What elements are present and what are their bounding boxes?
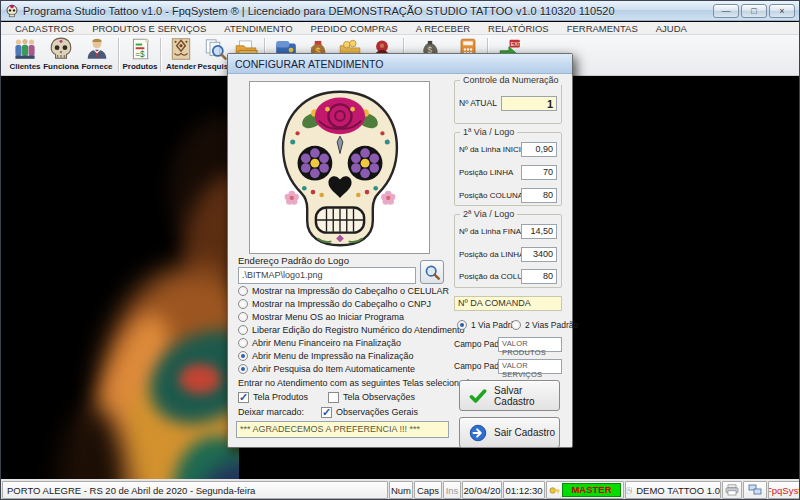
dialog-body: Endereço Padrão do Logo .\BITMAP\logo1.p… [228, 74, 572, 447]
status-bar: PORTO ALEGRE - RS 20 de Abril de 2020 - … [1, 479, 799, 500]
status-num: Num [389, 481, 413, 499]
group-via1-logo: 1ª Via / Logo Nº da Linha INICIAL 0,90 P… [454, 132, 562, 206]
window-title: Programa Studio Tattoo v1.0 - FpqSystem … [23, 5, 709, 17]
search-docs-icon [203, 37, 227, 61]
option-pesquisa-auto[interactable]: Abrir Pesquisa do Item Automaticamente [238, 363, 415, 375]
menu-ferramentas[interactable]: FERRAMENTAS [558, 22, 647, 35]
svg-text:EXIT: EXIT [511, 41, 522, 47]
posicao-coluna-field[interactable]: 80 [521, 188, 557, 203]
status-user: MASTER [562, 483, 620, 497]
network-icon [748, 484, 762, 496]
status-printer-panel [722, 481, 742, 499]
comanda-header: Nº DA COMANDA [454, 296, 562, 311]
menu-produtos-servicos[interactable]: PRODUTOS E SERVIÇOS [83, 22, 215, 35]
campo-padrao-servicos-field[interactable]: VALOR SERVIÇOS [498, 359, 562, 374]
toolbar-label: Clientes [9, 62, 40, 71]
option-celular[interactable]: Mostrar na Impressão do Cabeçalho o CELU… [238, 285, 449, 297]
tattoo-photo-background [1, 76, 239, 479]
menu-pedido-compras[interactable]: PEDIDO COMPRAS [302, 22, 407, 35]
thanks-message-input[interactable]: *** AGRADECEMOS A PREFERENCIA !!! *** [236, 421, 449, 438]
option-menu-financeiro[interactable]: Abrir Menu Financeiro na Finalização [238, 337, 401, 349]
radio-icon [238, 338, 248, 348]
sair-cadastro-button[interactable]: Sair Cadastro [459, 417, 560, 448]
status-ins: Ins [443, 481, 461, 499]
menu-a-receber[interactable]: A RECEBER [407, 22, 479, 35]
clients-icon [13, 37, 37, 61]
toolbar-divider [160, 38, 161, 72]
keep-checked-label: Deixar marcado: [238, 407, 304, 417]
checkbox-tela-produtos[interactable]: Tela Produtos [238, 391, 308, 403]
posicao-linha-field[interactable]: 70 [521, 165, 557, 180]
app-logo-icon [5, 4, 19, 18]
group-via2-logo: 2ª Via / Logo Nº da Linha FINAL 14,50 Po… [454, 214, 562, 288]
checkbox-tela-observacoes[interactable]: Tela Observações [328, 391, 415, 403]
posicao-coluna2-field[interactable]: 80 [521, 269, 557, 284]
posicao-linha2-field[interactable]: 3400 [521, 247, 557, 262]
linha-inicial-field[interactable]: 0,90 [521, 142, 557, 157]
skull-icon [49, 37, 73, 61]
checkbox-icon [321, 407, 332, 418]
price-list-icon: =$ [128, 37, 152, 61]
campo-padrao-label: Campo Padrão [454, 339, 498, 349]
minimize-icon[interactable]: — [713, 4, 739, 18]
radio-icon [457, 320, 467, 330]
salvar-cadastro-button[interactable]: Salvar Cadastro [459, 380, 560, 411]
option-menu-impressao[interactable]: Abrir Menu de Impressão na Finalização [238, 350, 414, 362]
menu-bar: CADASTROS PRODUTOS E SERVIÇOS ATENDIMENT… [1, 22, 799, 35]
option-liberar-edicao[interactable]: Liberar Edição do Registro Numérico do A… [238, 324, 465, 336]
status-system-panel: DEMO TATTOO 1.0 [625, 481, 721, 499]
screens-section-label: Entrar no Atendimento com as seguintes T… [238, 378, 481, 388]
checkbox-observacoes-gerais[interactable]: Observações Gerais [321, 406, 418, 418]
toolbar-button-produtos[interactable]: =$ Produtos [123, 37, 157, 75]
toolbar-button-atender[interactable]: Atender [164, 37, 198, 75]
toolbar-button-funcionarios[interactable]: Funciona [44, 37, 78, 75]
campo-padrao-produtos-field[interactable]: VALOR PRODUTOS [498, 337, 562, 352]
maximize-icon[interactable]: □ [741, 4, 767, 18]
close-icon[interactable]: × [769, 4, 795, 18]
app-window: Programa Studio Tattoo v1.0 - FpqSystem … [0, 0, 800, 500]
logo-preview-box [249, 81, 430, 254]
radio-2-vias-padrao[interactable]: 2 Vias Padrão [511, 319, 578, 331]
dialog-titlebar[interactable]: CONFIGURAR ATENDIMENTO [228, 54, 572, 74]
window-controls: — □ × [713, 4, 795, 18]
radio-icon [238, 299, 248, 309]
toolbar-label: Atender [166, 62, 196, 71]
tattoo-flash-icon [169, 37, 193, 61]
menu-relatorios[interactable]: RELATÓRIOS [479, 22, 558, 35]
menu-atendimento[interactable]: ATENDIMENTO [215, 22, 301, 35]
status-network-panel [743, 481, 767, 499]
checkbox-icon [328, 392, 339, 403]
linha-final-field[interactable]: 14,50 [521, 224, 557, 239]
check-icon [469, 388, 487, 404]
note-icon [626, 485, 632, 496]
radio-icon [238, 325, 248, 335]
numero-atual-field[interactable]: 1 [501, 96, 557, 111]
status-caps: Caps [414, 481, 442, 499]
browse-logo-button[interactable] [420, 260, 444, 284]
numero-atual-label: Nº ATUAL [459, 98, 501, 108]
toolbar-button-fornecedores[interactable]: Fornece [80, 37, 114, 75]
configurar-atendimento-dialog: CONFIGURAR ATENDIMENTO [227, 53, 573, 448]
printer-icon [725, 484, 739, 496]
menu-cadastros[interactable]: CADASTROS [6, 22, 83, 35]
campo-padrao-label: Campo Padrão [454, 361, 498, 371]
svg-text:=$: =$ [135, 50, 145, 59]
toolbar-label: Funciona [43, 62, 79, 71]
key-icon [549, 485, 560, 496]
toolbar-button-clientes[interactable]: Clientes [8, 37, 42, 75]
status-date: 20/04/20 [462, 481, 502, 499]
menu-ajuda[interactable]: AJUDA [647, 22, 696, 35]
toolbar-label: Fornece [81, 62, 112, 71]
arrow-circle-icon [469, 424, 487, 442]
window-titlebar[interactable]: Programa Studio Tattoo v1.0 - FpqSystem … [1, 1, 799, 21]
supplier-icon [85, 37, 109, 61]
toolbar-divider [118, 38, 119, 72]
sugar-skull-image [266, 86, 414, 250]
option-menu-os[interactable]: Mostrar Menu OS ao Iniciar Programa [238, 311, 404, 323]
logo-path-input[interactable]: .\BITMAP\logo1.png [238, 267, 416, 284]
radio-icon [238, 286, 248, 296]
status-user-panel: MASTER [546, 481, 624, 499]
option-cnpj[interactable]: Mostrar na Impressão do Cabeçalho o CNPJ [238, 298, 431, 310]
radio-icon [511, 320, 521, 330]
group-controle-numeracao: Controle da Numeração Nº ATUAL 1 [454, 80, 562, 124]
